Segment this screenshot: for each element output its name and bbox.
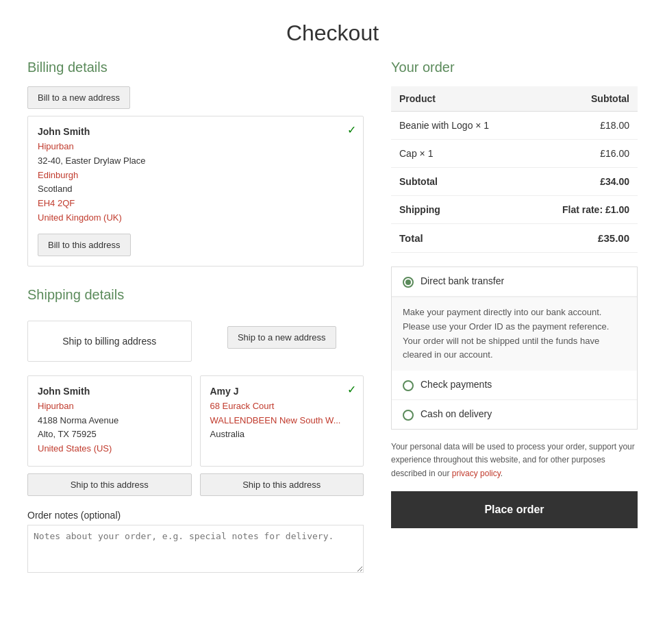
billing-street: 32-40, Easter Drylaw Place [38, 154, 353, 169]
ship-to-billing-card: Ship to billing address [27, 321, 192, 362]
left-column: Billing details Bill to a new address ✓ … [27, 60, 364, 575]
billing-country: United Kingdom (UK) [38, 211, 353, 225]
shipping-label: Shipping [391, 196, 529, 224]
ship-billing-label: Ship to billing address [62, 336, 156, 347]
order-row-0: Beanie with Logo × 1 £18.00 [391, 112, 638, 140]
ship-to-address-button-0[interactable]: Ship to this address [27, 473, 192, 496]
page-title: Checkout [0, 0, 665, 60]
order-row-1: Cap × 1 £16.00 [391, 140, 638, 168]
payment-option-check[interactable]: Check payments [392, 371, 637, 400]
total-value: £35.00 [529, 224, 638, 253]
radio-direct-bank-icon [403, 277, 414, 288]
subtotal-label: Subtotal [391, 168, 529, 196]
right-column: Your order Product Subtotal Beanie with … [391, 60, 638, 575]
ship-company-1: 68 Eurack Court [210, 399, 354, 414]
total-label: Total [391, 224, 529, 253]
billing-city: Edinburgh [38, 169, 353, 183]
total-row: Total £35.00 [391, 224, 638, 253]
subtotal-0: £18.00 [529, 112, 638, 140]
shipping-value: Flat rate: £1.00 [529, 196, 638, 224]
ship-street-0: 4188 Norma Avenue [38, 414, 181, 428]
bill-new-address-button[interactable]: Bill to a new address [27, 86, 130, 109]
your-order-title: Your order [391, 60, 638, 75]
bill-to-address-button[interactable]: Bill to this address [38, 234, 131, 256]
billing-title: Billing details [27, 60, 364, 75]
ship-buttons-row: Ship to this address Ship to this addres… [27, 473, 364, 496]
order-table: Product Subtotal Beanie with Logo × 1 £1… [391, 86, 638, 253]
payment-option-cod[interactable]: Cash on delivery [392, 400, 637, 429]
billing-section: Billing details Bill to a new address ✓ … [27, 60, 364, 267]
billing-postcode: EH4 2QF [38, 197, 353, 211]
place-order-button[interactable]: Place order [391, 491, 638, 528]
shipping-title: Shipping details [27, 287, 364, 303]
col-product: Product [391, 86, 529, 112]
subtotal-value: £34.00 [529, 168, 638, 196]
privacy-note: Your personal data will be used to proce… [391, 441, 638, 480]
ship-city-0: Alto, TX 75925 [38, 428, 181, 442]
shipping-section: Shipping details Ship to billing address… [27, 287, 364, 496]
payment-label-check: Check payments [421, 379, 492, 390]
product-1: Cap × 1 [391, 140, 529, 168]
ship-name-1: Amy J [210, 386, 354, 397]
billing-address-card: ✓ John Smith Hipurban 32-40, Easter Dryl… [27, 116, 364, 267]
payment-option-direct-bank[interactable]: Direct bank transfer [392, 267, 637, 297]
billing-company: Hipurban [38, 140, 353, 154]
shipping-row: Shipping Flat rate: £1.00 [391, 196, 638, 224]
order-notes-input[interactable] [27, 525, 364, 573]
ship-name-0: John Smith [38, 386, 181, 397]
payment-label-cod: Cash on delivery [421, 408, 492, 419]
ship-checkmark-icon-1: ✓ [347, 383, 356, 396]
col-subtotal: Subtotal [529, 86, 638, 112]
subtotal-1: £16.00 [529, 140, 638, 168]
shipping-address-cards: John Smith Hipurban 4188 Norma Avenue Al… [27, 369, 364, 467]
ship-new-address-button[interactable]: Ship to a new address [227, 326, 336, 349]
payment-section: Direct bank transfer Make your payment d… [391, 267, 638, 430]
billing-name: John Smith [38, 126, 353, 137]
order-notes-label: Order notes (optional) [27, 510, 364, 521]
ship-address-card-1: ✓ Amy J 68 Eurack Court WALLENDBEEN New … [200, 375, 364, 467]
ship-to-address-button-1[interactable]: Ship to this address [200, 473, 364, 496]
ship-street-1: WALLENDBEEN New South W... [210, 414, 354, 428]
ship-city-1: Australia [210, 428, 354, 442]
payment-description: Make your payment directly into our bank… [392, 297, 637, 371]
payment-label-direct-bank: Direct bank transfer [421, 275, 504, 286]
radio-cod-icon [403, 410, 414, 421]
ship-country-0: United States (US) [38, 442, 181, 456]
product-0: Beanie with Logo × 1 [391, 112, 529, 140]
privacy-policy-link[interactable]: privacy policy [452, 469, 501, 478]
ship-address-card-0: John Smith Hipurban 4188 Norma Avenue Al… [27, 375, 192, 467]
radio-check-icon [403, 380, 414, 391]
billing-checkmark-icon: ✓ [347, 123, 356, 136]
billing-region: Scotland [38, 182, 353, 197]
order-notes-section: Order notes (optional) [27, 510, 364, 575]
subtotal-row: Subtotal £34.00 [391, 168, 638, 196]
ship-company-0: Hipurban [38, 399, 181, 414]
